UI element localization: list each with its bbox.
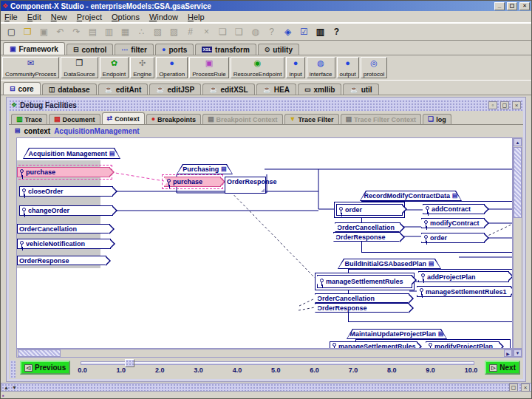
window-titlebar[interactable]: ❖ Component-X Studio - enterpriseModels:… xyxy=(1,1,531,11)
record-ordercancellation-box[interactable]: OrderCancellation xyxy=(335,222,400,232)
menu-help[interactable]: Help xyxy=(188,13,205,21)
new-file-icon[interactable]: ▢ xyxy=(5,25,18,38)
tab-util[interactable]: ☕ util xyxy=(343,83,378,95)
validate-icon[interactable]: ☑ xyxy=(298,25,310,38)
acquisition-changeorder-box[interactable]: changeOrder xyxy=(19,205,113,216)
palette-output[interactable]: ● output xyxy=(337,57,359,78)
menu-new[interactable]: New xyxy=(51,13,67,21)
redo-icon[interactable]: ↷ xyxy=(70,25,83,38)
next-button[interactable]: ▷ Next xyxy=(485,361,520,375)
minimize-button[interactable]: _ xyxy=(494,2,505,10)
tab-trace-filter[interactable]: ▼ Trace Filter xyxy=(284,114,339,124)
tab-context[interactable]: ⇄ Context xyxy=(102,112,145,124)
build-ordercancellation-box[interactable]: OrderCancellation xyxy=(315,293,409,303)
scroll-right-icon[interactable]: ▶ xyxy=(504,349,512,357)
menu-project[interactable]: Project xyxy=(77,13,102,21)
tab-framework[interactable]: ▣ Framework xyxy=(3,42,65,55)
vertical-scrollbar-thumb[interactable] xyxy=(514,147,522,218)
tab-trace[interactable]: ▥ Trace xyxy=(11,114,47,124)
add-component-icon[interactable]: ▤ xyxy=(86,25,99,38)
context-help-icon[interactable]: ? xyxy=(265,25,278,38)
tab-xmllib[interactable]: ▭ xmllib xyxy=(298,83,341,95)
frame-maximize-icon[interactable]: ◻ xyxy=(500,101,509,109)
frame-close-icon[interactable]: × xyxy=(512,101,521,109)
strip-restore-icon[interactable]: ◻ xyxy=(509,383,518,392)
time-slider[interactable]: 0.0 1.0 2.0 3.0 4.0 5.0 6.0 7.0 8.0 9.0 … xyxy=(75,361,480,374)
acquisition-orderresponse-box[interactable]: OrderResponse xyxy=(17,256,106,265)
tab-hea[interactable]: ☕ HEA xyxy=(256,83,296,95)
previous-button[interactable]: ◁ Previous xyxy=(20,361,70,375)
close-button[interactable]: × xyxy=(519,2,530,10)
add-view-icon[interactable]: ▨ xyxy=(168,25,180,38)
maintain-modifyprojectplan-box[interactable]: modifyProjectPlan xyxy=(426,341,499,349)
tab-editjsp[interactable]: ☕ editJSP xyxy=(149,83,201,95)
menu-file[interactable]: File xyxy=(4,13,18,21)
debug-frame-titlebar[interactable]: ❖ Debug Facilities ▫ ◻ × xyxy=(9,100,523,111)
tab-ports[interactable]: ● ports xyxy=(155,44,194,55)
menu-window[interactable]: Window xyxy=(149,13,178,21)
remove-component-icon[interactable]: ▦ xyxy=(119,25,132,38)
tab-breakpoints[interactable]: ● Breakpoints xyxy=(146,114,201,124)
build-group-header[interactable]: BuildInitialGSAbasedPlan▤ xyxy=(338,259,441,269)
palette-communityprocess[interactable]: ✉ CommunityProcess xyxy=(2,57,59,78)
record-modifycontract-box[interactable]: modifyContract xyxy=(421,218,485,228)
scroll-up-icon[interactable]: ▲ xyxy=(514,138,522,146)
wizard-icon[interactable]: ◈ xyxy=(282,25,294,38)
tab-editant[interactable]: ☕ editAnt xyxy=(98,83,149,95)
menu-options[interactable]: Options xyxy=(112,13,140,21)
tab-database[interactable]: ◫ database xyxy=(42,83,97,95)
copy-icon[interactable]: ❏ xyxy=(216,25,229,38)
horizontal-scrollbar-thumb[interactable] xyxy=(18,349,61,357)
diagram-canvas[interactable]: Acquisition Management▤ purchase closeOr… xyxy=(16,137,513,349)
purchasing-purchase-box[interactable]: purchase xyxy=(164,177,221,187)
save-icon[interactable]: ▣ xyxy=(38,25,50,38)
build-orderresponse-box[interactable]: OrderResponse xyxy=(315,303,409,313)
tab-document[interactable]: ▤ Document xyxy=(49,114,100,124)
palette-processrule[interactable]: ▣ ProcessRule xyxy=(189,57,228,78)
slider-thumb[interactable] xyxy=(125,359,134,367)
globe-icon[interactable]: ◍ xyxy=(249,25,262,38)
palette-input[interactable]: ● input xyxy=(286,57,304,78)
record-order2-box[interactable]: order xyxy=(421,233,485,243)
restore-button[interactable]: ◻ xyxy=(507,2,517,10)
palette-operation[interactable]: ● Operation xyxy=(156,57,188,78)
acquisition-closeorder-box[interactable]: closeOrder xyxy=(19,186,113,197)
maintain-managesettlementrules-box[interactable]: manageSettlementRules xyxy=(330,341,417,349)
build-managesettlementrules-box[interactable]: manageSettlementRules xyxy=(317,275,412,288)
palette-protocol[interactable]: ◎ protocol xyxy=(361,57,387,78)
stamp-icon[interactable]: # xyxy=(184,25,197,38)
scrollbar-corner[interactable]: ▼ xyxy=(513,349,522,358)
help-icon[interactable]: ? xyxy=(330,25,343,38)
tab-filter[interactable]: ⋯ filter xyxy=(115,44,154,55)
scroll-down-icon[interactable]: ▼ xyxy=(514,349,522,357)
tab-transform[interactable]: XSL transform xyxy=(195,44,256,55)
add-port-icon[interactable]: ∴ xyxy=(135,25,148,38)
tab-log[interactable]: ❏ log xyxy=(423,114,451,124)
acquisition-vehiclenotification-box[interactable]: vehicleNotification xyxy=(17,239,111,249)
edit-component-icon[interactable]: ▥ xyxy=(103,25,115,38)
frame-minimize-icon[interactable]: ▫ xyxy=(488,101,497,109)
palette-resourceendpoint[interactable]: ◉ ResourceEndpoint xyxy=(231,57,285,78)
vertical-scrollbar[interactable]: ▲ xyxy=(513,137,522,349)
tab-control[interactable]: ⊟ control xyxy=(66,44,113,55)
tab-utility[interactable]: ⊙ utility xyxy=(258,44,299,55)
strip-close-icon[interactable]: × xyxy=(521,383,530,392)
menu-edit[interactable]: Edit xyxy=(27,13,41,21)
record-addcontract-box[interactable]: addContract xyxy=(423,204,485,214)
delete-icon[interactable]: × xyxy=(200,25,213,38)
palette-datasource[interactable]: ❒ DataSource xyxy=(61,57,98,78)
acquisition-ordercancellation-box[interactable]: OrderCancellation xyxy=(17,224,110,233)
build-addprojectplan-box[interactable]: addProjectPlan xyxy=(418,271,509,282)
purchasing-orderresponse-box[interactable]: OrderResponse xyxy=(225,177,266,194)
palette-endpoint[interactable]: ✿ Endpoint xyxy=(100,57,129,78)
add-frame-icon[interactable]: ▧ xyxy=(151,25,164,38)
open-file-icon[interactable]: ❒ xyxy=(21,25,34,38)
console-icon[interactable]: ▥ xyxy=(314,25,327,38)
minimized-frame-titlebar[interactable]: ▲ ▼ ◻ × xyxy=(1,383,532,392)
palette-engine[interactable]: ✣ Engine xyxy=(130,57,154,78)
undo-icon[interactable]: ↶ xyxy=(54,25,66,38)
palette-interface[interactable]: ◍ interface xyxy=(307,57,335,78)
tab-core[interactable]: ⊟ core xyxy=(3,82,41,95)
acquisition-purchase-box[interactable]: purchase xyxy=(17,167,110,177)
tab-editxsl[interactable]: ☕ editXSL xyxy=(202,83,254,95)
